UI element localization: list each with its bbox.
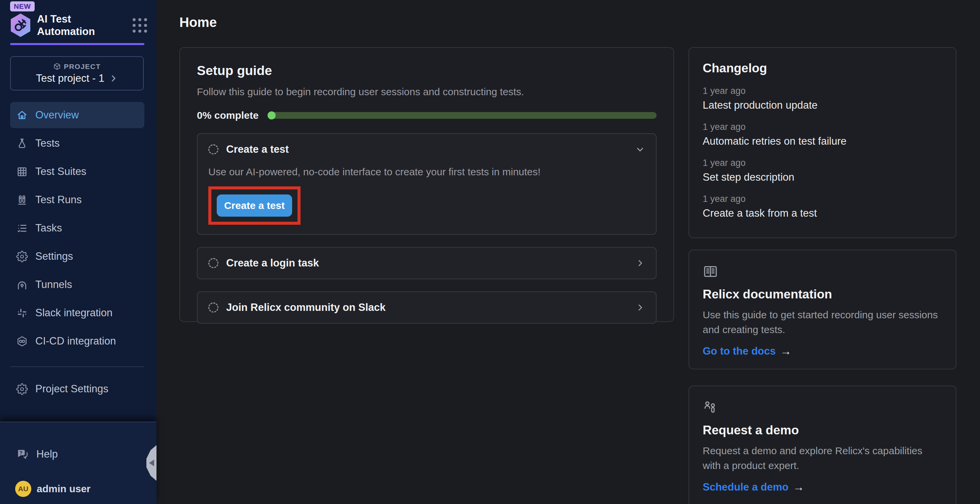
- flask-icon: [16, 138, 28, 149]
- setup-guide-subtitle: Follow this guide to begin recording use…: [197, 86, 657, 98]
- new-badge: NEW: [10, 2, 35, 11]
- setup-step-create-login-task-header[interactable]: Create a login task: [208, 257, 645, 269]
- sidebar-item-cicd-integration[interactable]: CI-CD integration: [10, 328, 145, 354]
- documentation-card: Relicx documentation Use this guide to g…: [689, 250, 956, 369]
- arrow-right-icon: →: [793, 480, 804, 494]
- changelog-card: Changelog 1 year ago Latest production u…: [689, 47, 956, 238]
- help-chat-icon: ?: [16, 448, 29, 461]
- incomplete-step-icon: [208, 144, 218, 154]
- slack-icon: [16, 307, 28, 319]
- project-label: PROJECT: [64, 63, 101, 71]
- progress-bar: [268, 112, 657, 119]
- brand-accent-bar: [10, 43, 145, 45]
- grid-table-icon: [16, 166, 28, 178]
- sidebar-item-overview[interactable]: Overview: [10, 102, 145, 128]
- project-selector[interactable]: PROJECT Test project - 1: [10, 56, 144, 91]
- main-content: Home Setup guide Follow this guide to be…: [156, 0, 980, 504]
- app-title: AI Test Automation: [37, 13, 95, 38]
- home-icon: [16, 109, 28, 121]
- sidebar-item-settings[interactable]: Settings: [10, 243, 145, 269]
- setup-step-create-test-header[interactable]: Create a test: [208, 143, 645, 156]
- go-to-docs-link[interactable]: Go to the docs →: [703, 345, 942, 358]
- collapse-arrow-icon: [149, 459, 154, 466]
- people-icon: [703, 400, 718, 415]
- setup-step-join-slack: Join Relicx community on Slack: [197, 291, 657, 324]
- sidebar-item-tasks[interactable]: Tasks: [10, 215, 145, 241]
- open-book-icon: [703, 264, 718, 279]
- sidebar-item-tests[interactable]: Tests: [10, 130, 145, 156]
- chevron-down-icon: [635, 144, 645, 154]
- cube-icon: [53, 63, 61, 70]
- sidebar-bottom-section: ? Help AU admin user: [0, 421, 156, 504]
- sidebar-item-test-suites[interactable]: Test Suites: [10, 159, 145, 185]
- incomplete-step-icon: [208, 302, 218, 313]
- tunnel-icon: [16, 279, 28, 291]
- annotation-highlight-box: Create a test: [208, 186, 301, 225]
- sidebar-item-test-runs[interactable]: Test Runs: [10, 187, 145, 213]
- app-root: NEW AI Test Automation: [0, 0, 980, 504]
- sidebar: NEW AI Test Automation: [0, 0, 156, 504]
- cicd-icon: [16, 335, 28, 347]
- setup-guide-title: Setup guide: [197, 63, 657, 78]
- right-column: Changelog 1 year ago Latest production u…: [689, 47, 956, 504]
- setup-guide-card: Setup guide Follow this guide to begin r…: [180, 47, 674, 322]
- app-launcher-icon[interactable]: [133, 18, 147, 33]
- changelog-entry: 1 year ago Set step description: [703, 158, 942, 183]
- svg-text:?: ?: [19, 450, 22, 456]
- sidebar-item-slack-integration[interactable]: Slack integration: [10, 300, 145, 326]
- schedule-demo-link[interactable]: Schedule a demo →: [703, 480, 942, 494]
- sidebar-nav: Overview Tests Test Suites Test Runs: [10, 102, 145, 356]
- chevron-right-icon: [635, 302, 645, 313]
- setup-step-create-login-task: Create a login task: [197, 247, 657, 279]
- setup-step-create-test: Create a test Use our AI-powered, no-cod…: [197, 133, 657, 235]
- request-demo-description: Request a demo and explore Relicx's capa…: [703, 444, 942, 473]
- progress-dot: [267, 111, 275, 119]
- changelog-entry: 1 year ago Latest production update: [703, 86, 942, 111]
- app-logo-row: AI Test Automation: [10, 13, 147, 38]
- chevron-right-icon: [109, 74, 118, 83]
- app-logo-icon: [10, 13, 32, 37]
- sidebar-secondary-nav: Project Settings: [10, 376, 145, 404]
- columns-icon: [16, 194, 28, 206]
- changelog-title: Changelog: [703, 61, 942, 75]
- chevron-right-icon: [635, 258, 645, 268]
- setup-step-join-slack-header[interactable]: Join Relicx community on Slack: [208, 302, 645, 313]
- arrow-right-icon: →: [780, 345, 792, 358]
- project-name: Test project - 1: [36, 72, 104, 84]
- changelog-entry: 1 year ago Automatic retries on test fai…: [703, 122, 942, 147]
- documentation-title: Relicx documentation: [703, 287, 942, 302]
- request-demo-card: Request a demo Request a demo and explor…: [689, 386, 956, 504]
- avatar: AU: [15, 481, 31, 497]
- setup-progress: 0% complete: [197, 110, 657, 121]
- page-title: Home: [180, 14, 956, 30]
- sidebar-divider: [10, 366, 145, 367]
- user-menu[interactable]: AU admin user: [0, 481, 156, 497]
- request-demo-title: Request a demo: [703, 423, 942, 437]
- help-button[interactable]: ? Help: [0, 448, 156, 461]
- sidebar-item-tunnels[interactable]: Tunnels: [10, 272, 145, 298]
- incomplete-step-icon: [208, 258, 218, 268]
- progress-label: 0% complete: [197, 110, 258, 121]
- sidebar-item-project-settings[interactable]: Project Settings: [10, 376, 145, 402]
- setup-step-description: Use our AI-powered, no-code interface to…: [208, 166, 645, 178]
- create-test-button[interactable]: Create a test: [217, 194, 292, 217]
- changelog-entry: 1 year ago Create a task from a test: [703, 194, 942, 219]
- gear-icon: [16, 251, 28, 262]
- gear-icon: [16, 383, 28, 395]
- user-name: admin user: [37, 483, 91, 494]
- task-list-icon: [16, 223, 28, 234]
- documentation-description: Use this guide to get started recording …: [703, 307, 942, 337]
